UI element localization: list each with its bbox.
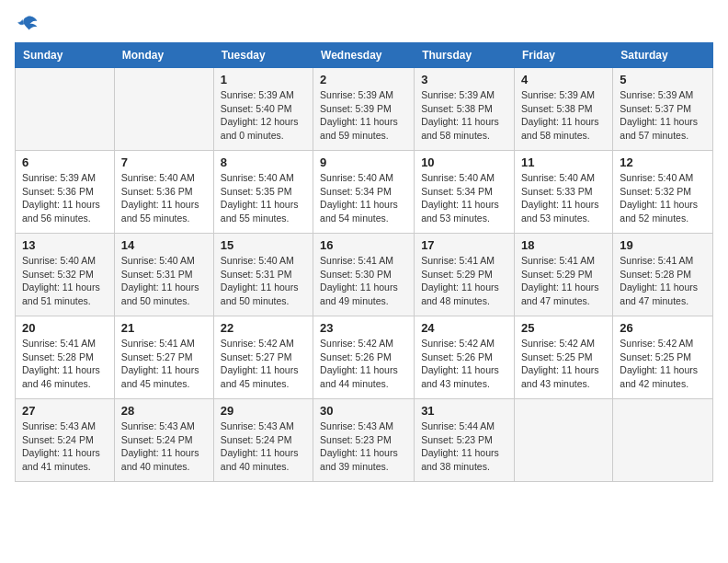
calendar-cell: 2Sunrise: 5:39 AM Sunset: 5:39 PM Daylig… <box>313 68 415 151</box>
calendar-cell: 17Sunrise: 5:41 AM Sunset: 5:29 PM Dayli… <box>415 234 515 316</box>
column-header-wednesday: Wednesday <box>313 43 415 68</box>
day-number: 27 <box>22 404 108 418</box>
week-row-4: 20Sunrise: 5:41 AM Sunset: 5:28 PM Dayli… <box>16 316 713 399</box>
calendar-cell: 16Sunrise: 5:41 AM Sunset: 5:30 PM Dayli… <box>313 234 415 316</box>
day-number: 13 <box>22 238 108 252</box>
calendar-cell: 13Sunrise: 5:40 AM Sunset: 5:32 PM Dayli… <box>16 234 115 316</box>
column-header-tuesday: Tuesday <box>213 43 313 68</box>
calendar-cell <box>114 68 213 151</box>
day-info: Sunrise: 5:43 AM Sunset: 5:24 PM Dayligh… <box>121 419 207 474</box>
day-info: Sunrise: 5:42 AM Sunset: 5:27 PM Dayligh… <box>221 337 306 391</box>
day-number: 16 <box>320 238 407 252</box>
calendar-cell: 21Sunrise: 5:41 AM Sunset: 5:27 PM Dayli… <box>114 316 213 399</box>
calendar-cell <box>514 399 612 482</box>
calendar-cell: 30Sunrise: 5:43 AM Sunset: 5:23 PM Dayli… <box>313 399 415 482</box>
logo-bird-icon <box>17 15 39 33</box>
day-number: 30 <box>320 404 407 418</box>
day-info: Sunrise: 5:41 AM Sunset: 5:30 PM Dayligh… <box>320 254 407 308</box>
calendar-cell: 4Sunrise: 5:39 AM Sunset: 5:38 PM Daylig… <box>514 68 612 151</box>
column-header-sunday: Sunday <box>16 43 115 68</box>
day-number: 3 <box>421 73 507 86</box>
calendar-cell: 14Sunrise: 5:40 AM Sunset: 5:31 PM Dayli… <box>114 234 213 316</box>
day-info: Sunrise: 5:42 AM Sunset: 5:25 PM Dayligh… <box>620 337 706 391</box>
day-number: 12 <box>620 155 706 169</box>
day-number: 6 <box>22 155 108 169</box>
day-info: Sunrise: 5:39 AM Sunset: 5:38 PM Dayligh… <box>421 88 507 143</box>
day-number: 10 <box>421 155 507 169</box>
calendar-cell <box>613 399 713 482</box>
calendar-cell: 23Sunrise: 5:42 AM Sunset: 5:26 PM Dayli… <box>313 316 415 399</box>
calendar-cell: 22Sunrise: 5:42 AM Sunset: 5:27 PM Dayli… <box>213 316 313 399</box>
day-number: 7 <box>121 155 207 169</box>
column-header-thursday: Thursday <box>415 43 515 68</box>
week-row-5: 27Sunrise: 5:43 AM Sunset: 5:24 PM Dayli… <box>16 399 713 482</box>
calendar-cell: 3Sunrise: 5:39 AM Sunset: 5:38 PM Daylig… <box>415 68 515 151</box>
day-number: 4 <box>521 73 606 86</box>
day-info: Sunrise: 5:41 AM Sunset: 5:28 PM Dayligh… <box>620 254 706 308</box>
day-info: Sunrise: 5:43 AM Sunset: 5:23 PM Dayligh… <box>320 419 407 474</box>
calendar-cell: 6Sunrise: 5:39 AM Sunset: 5:36 PM Daylig… <box>16 151 115 234</box>
header-row: SundayMondayTuesdayWednesdayThursdayFrid… <box>16 43 713 68</box>
calendar-table: SundayMondayTuesdayWednesdayThursdayFrid… <box>15 42 713 482</box>
day-info: Sunrise: 5:41 AM Sunset: 5:28 PM Dayligh… <box>22 337 108 391</box>
day-number: 9 <box>320 155 407 169</box>
day-number: 29 <box>221 404 306 418</box>
column-header-saturday: Saturday <box>613 43 713 68</box>
day-number: 14 <box>121 238 207 252</box>
calendar-cell: 11Sunrise: 5:40 AM Sunset: 5:33 PM Dayli… <box>514 151 612 234</box>
calendar-cell: 27Sunrise: 5:43 AM Sunset: 5:24 PM Dayli… <box>16 399 115 482</box>
calendar-cell: 8Sunrise: 5:40 AM Sunset: 5:35 PM Daylig… <box>213 151 313 234</box>
week-row-3: 13Sunrise: 5:40 AM Sunset: 5:32 PM Dayli… <box>16 234 713 316</box>
day-number: 31 <box>421 404 507 418</box>
calendar-cell: 1Sunrise: 5:39 AM Sunset: 5:40 PM Daylig… <box>213 68 313 151</box>
day-info: Sunrise: 5:40 AM Sunset: 5:35 PM Dayligh… <box>221 171 306 225</box>
calendar-cell: 15Sunrise: 5:40 AM Sunset: 5:31 PM Dayli… <box>213 234 313 316</box>
day-number: 2 <box>320 73 407 86</box>
column-header-friday: Friday <box>514 43 612 68</box>
calendar-cell: 25Sunrise: 5:42 AM Sunset: 5:25 PM Dayli… <box>514 316 612 399</box>
day-info: Sunrise: 5:43 AM Sunset: 5:24 PM Dayligh… <box>22 419 108 474</box>
week-row-2: 6Sunrise: 5:39 AM Sunset: 5:36 PM Daylig… <box>16 151 713 234</box>
day-info: Sunrise: 5:39 AM Sunset: 5:39 PM Dayligh… <box>320 88 407 143</box>
day-number: 5 <box>620 73 706 86</box>
day-number: 11 <box>521 155 606 169</box>
day-info: Sunrise: 5:42 AM Sunset: 5:26 PM Dayligh… <box>320 337 407 391</box>
calendar-cell: 31Sunrise: 5:44 AM Sunset: 5:23 PM Dayli… <box>415 399 515 482</box>
calendar-cell: 9Sunrise: 5:40 AM Sunset: 5:34 PM Daylig… <box>313 151 415 234</box>
day-info: Sunrise: 5:40 AM Sunset: 5:34 PM Dayligh… <box>421 171 507 225</box>
day-info: Sunrise: 5:41 AM Sunset: 5:29 PM Dayligh… <box>521 254 606 308</box>
calendar-cell: 24Sunrise: 5:42 AM Sunset: 5:26 PM Dayli… <box>415 316 515 399</box>
day-number: 17 <box>421 238 507 252</box>
day-number: 23 <box>320 321 407 335</box>
day-info: Sunrise: 5:40 AM Sunset: 5:31 PM Dayligh… <box>121 254 207 308</box>
day-number: 19 <box>620 238 706 252</box>
day-info: Sunrise: 5:42 AM Sunset: 5:25 PM Dayligh… <box>521 337 606 391</box>
day-number: 8 <box>221 155 306 169</box>
day-number: 25 <box>521 321 606 335</box>
day-number: 28 <box>121 404 207 418</box>
day-info: Sunrise: 5:40 AM Sunset: 5:32 PM Dayligh… <box>620 171 706 225</box>
day-number: 26 <box>620 321 706 335</box>
day-info: Sunrise: 5:40 AM Sunset: 5:33 PM Dayligh… <box>521 171 606 225</box>
calendar-cell <box>16 68 115 151</box>
calendar-cell: 5Sunrise: 5:39 AM Sunset: 5:37 PM Daylig… <box>613 68 713 151</box>
day-number: 1 <box>221 73 306 86</box>
day-number: 20 <box>22 321 108 335</box>
calendar-cell: 26Sunrise: 5:42 AM Sunset: 5:25 PM Dayli… <box>613 316 713 399</box>
logo <box>15 15 39 33</box>
day-number: 24 <box>421 321 507 335</box>
calendar-cell: 20Sunrise: 5:41 AM Sunset: 5:28 PM Dayli… <box>16 316 115 399</box>
day-info: Sunrise: 5:42 AM Sunset: 5:26 PM Dayligh… <box>421 337 507 391</box>
day-number: 15 <box>221 238 306 252</box>
calendar-cell: 19Sunrise: 5:41 AM Sunset: 5:28 PM Dayli… <box>613 234 713 316</box>
calendar-cell: 29Sunrise: 5:43 AM Sunset: 5:24 PM Dayli… <box>213 399 313 482</box>
day-info: Sunrise: 5:41 AM Sunset: 5:29 PM Dayligh… <box>421 254 507 308</box>
day-info: Sunrise: 5:40 AM Sunset: 5:31 PM Dayligh… <box>221 254 306 308</box>
calendar-cell: 10Sunrise: 5:40 AM Sunset: 5:34 PM Dayli… <box>415 151 515 234</box>
calendar-cell: 12Sunrise: 5:40 AM Sunset: 5:32 PM Dayli… <box>613 151 713 234</box>
day-info: Sunrise: 5:39 AM Sunset: 5:38 PM Dayligh… <box>521 88 606 143</box>
day-info: Sunrise: 5:40 AM Sunset: 5:32 PM Dayligh… <box>22 254 108 308</box>
calendar-cell: 7Sunrise: 5:40 AM Sunset: 5:36 PM Daylig… <box>114 151 213 234</box>
calendar-cell: 28Sunrise: 5:43 AM Sunset: 5:24 PM Dayli… <box>114 399 213 482</box>
week-row-1: 1Sunrise: 5:39 AM Sunset: 5:40 PM Daylig… <box>16 68 713 151</box>
